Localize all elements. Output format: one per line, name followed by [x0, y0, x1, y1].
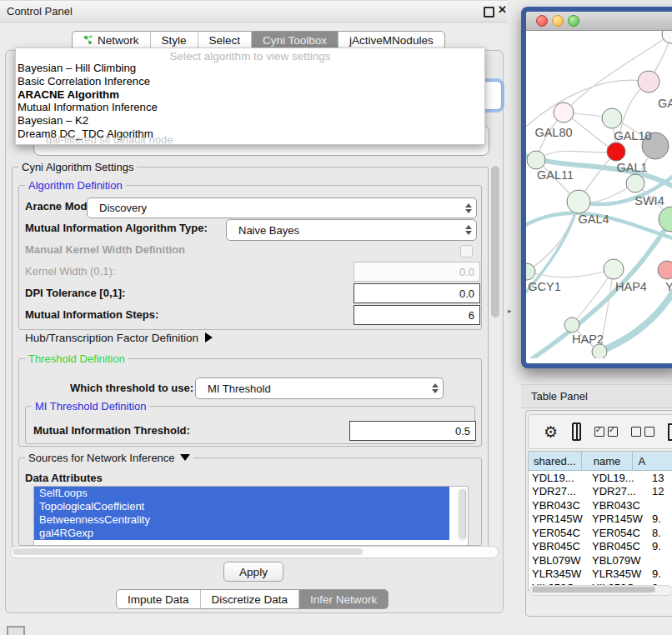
mi-type-value: Naive Bayes — [227, 224, 461, 237]
tab-jactivemnodules[interactable]: jActiveMNodules — [338, 32, 444, 49]
close-icon[interactable]: ✕ — [498, 3, 507, 16]
export-table-icon[interactable] — [668, 423, 672, 441]
list-item[interactable]: TopologicalCoefficient — [34, 500, 449, 513]
zoom-traffic-light-icon[interactable] — [568, 15, 579, 27]
list-item[interactable]: BetweennessCentrality — [34, 513, 449, 527]
mi-steps-field[interactable]: 6 — [354, 305, 480, 325]
hub-definition-label: Hub/Transcription Factor Definition — [25, 332, 198, 344]
node-label: Y — [665, 280, 672, 293]
dpi-tolerance-field[interactable]: 0.0 — [354, 283, 480, 303]
list-scrollbar[interactable] — [458, 488, 467, 542]
tab-cyni-toolbox[interactable]: Cyni Toolbox — [251, 32, 338, 49]
node-label: GAL10 — [614, 129, 651, 142]
cyni-bottom-tabbar: Impute Data Discretize Data Infer Networ… — [116, 589, 389, 609]
node-label: GAL4 — [578, 212, 609, 226]
which-threshold-label: Which threshold to use: — [70, 382, 193, 394]
table-row[interactable]: YPR145WYPR145W9. — [529, 512, 672, 527]
node-gcy1[interactable] — [526, 263, 535, 280]
mi-threshold-field[interactable]: 0.5 — [349, 421, 476, 441]
node-green-right[interactable] — [659, 207, 672, 232]
node-hap4[interactable] — [604, 259, 624, 279]
mi-type-label: Mutual Information Algorithm Type: — [25, 222, 208, 234]
stepper-arrows-icon — [461, 203, 476, 213]
table-row[interactable]: YER054CYER054C8. — [529, 526, 672, 540]
settings-vscrollbar-thumb[interactable] — [491, 166, 499, 318]
node-gal4[interactable] — [567, 190, 590, 213]
hub-definition-toggle[interactable]: Hub/Transcription Factor Definition — [25, 332, 213, 344]
node-gal11[interactable] — [527, 151, 545, 169]
settings-group-title: Cyni Algorithm Settings — [18, 161, 137, 173]
algorithm-option[interactable]: Basic Correlation Inference — [16, 75, 484, 88]
node-gal1-selected[interactable] — [607, 142, 625, 161]
kernel-width-label: Kernel Width (0,1): — [25, 265, 115, 278]
tab-impute-data[interactable]: Impute Data — [117, 590, 200, 608]
column-header-shared-name[interactable]: shared... — [529, 452, 582, 470]
network-graph: GAL GAL80 GAL10 GAL1 GAL11 SWI4 GAL4 GCY… — [526, 31, 672, 358]
kernel-width-field[interactable]: 0.0 — [354, 262, 480, 282]
tab-style[interactable]: Style — [150, 32, 198, 49]
table-header-row: shared... name A — [529, 452, 672, 471]
data-attributes-items: SelfLoopsTopologicalCoefficientBetweenne… — [34, 487, 468, 540]
node-gal80[interactable] — [554, 102, 574, 122]
node-label: GAL1 — [616, 161, 647, 174]
mi-type-select[interactable]: Naive Bayes — [226, 219, 477, 241]
node-hap2[interactable] — [564, 318, 579, 332]
node-unlabeled[interactable] — [662, 31, 672, 43]
sources-group-title[interactable]: Sources for Network Inference — [25, 452, 193, 464]
table-row[interactable]: YBL079WYBL079W — [529, 553, 672, 568]
table-row[interactable]: YBR043CYBR043C — [529, 498, 672, 512]
settings-hscrollbar-thumb[interactable] — [13, 548, 363, 555]
node-label: HAP4 — [615, 280, 647, 293]
list-item[interactable]: SelfLoops — [34, 487, 449, 500]
column-header-name[interactable]: name — [582, 452, 634, 470]
table-hscrollbar[interactable] — [529, 585, 672, 596]
close-traffic-light-icon[interactable] — [536, 15, 548, 27]
control-panel-title: Control Panel — [7, 5, 73, 18]
list-item[interactable]: gal4RGexp — [34, 527, 449, 540]
float-panel-icon[interactable] — [484, 7, 494, 18]
node-gal10[interactable] — [602, 108, 622, 128]
dpi-tolerance-label: DPI Tolerance [0,1]: — [25, 287, 125, 299]
data-attributes-label: Data Attributes — [25, 472, 103, 484]
network-canvas[interactable]: GAL GAL80 GAL10 GAL1 GAL11 SWI4 GAL4 GCY… — [526, 31, 672, 358]
algorithm-option[interactable]: Mutual Information Inference — [16, 101, 484, 114]
collapse-down-icon[interactable] — [180, 454, 190, 461]
deselect-all-icon[interactable] — [631, 427, 654, 437]
table-row[interactable]: YDL19...YDL19...13 — [529, 471, 672, 485]
node-swi4[interactable] — [626, 174, 644, 192]
stepper-arrows-icon — [428, 383, 443, 393]
algorithm-option[interactable]: Bayesian – Hill Climbing — [16, 62, 484, 75]
aracne-mode-value: Discovery — [88, 202, 461, 214]
table-row[interactable]: YLR345WYLR345W9. — [529, 568, 672, 582]
algorithm-option[interactable]: Bayesian – K2 — [16, 114, 484, 128]
minimize-traffic-light-icon[interactable] — [552, 15, 564, 27]
node-label: SWI4 — [634, 194, 664, 208]
tab-infer-network[interactable]: Infer Network — [298, 590, 388, 608]
tab-discretize-data[interactable]: Discretize Data — [200, 590, 299, 608]
aracne-mode-select[interactable]: Discovery — [87, 198, 477, 218]
tab-network[interactable]: Network — [73, 32, 150, 49]
algorithm-option[interactable]: ARACNE Algorithm — [16, 88, 484, 102]
node-label: GCY1 — [528, 280, 561, 293]
select-all-icon[interactable] — [594, 427, 618, 437]
table-row[interactable]: YDR27...YDR27...12 — [529, 485, 672, 499]
manual-kernel-checkbox[interactable] — [460, 245, 473, 258]
tab-network-label: Network — [98, 34, 139, 47]
column-header-cut[interactable]: A — [633, 452, 672, 470]
columns-icon[interactable] — [572, 422, 581, 441]
node-bottom-cut[interactable] — [592, 344, 607, 358]
algorithm-dropdown-placeholder: Select algorithm to view settings — [16, 48, 484, 62]
panel-resize-grip[interactable]: ▸ — [508, 307, 512, 315]
dock-panel-icon[interactable] — [7, 626, 25, 635]
which-threshold-select[interactable]: MI Threshold — [195, 378, 444, 399]
table-row[interactable]: YBR045CYBR045C9. — [529, 540, 672, 554]
network-view-window[interactable]: GAL GAL80 GAL10 GAL1 GAL11 SWI4 GAL4 GCY… — [521, 7, 672, 368]
network-window-titlebar[interactable] — [526, 12, 672, 31]
algorithm-options: Bayesian – Hill ClimbingBasic Correlatio… — [16, 62, 484, 141]
gear-icon[interactable]: ⚙ — [544, 422, 558, 442]
node-y-cut[interactable] — [658, 261, 672, 279]
apply-button[interactable]: Apply — [223, 562, 283, 582]
expand-right-icon[interactable] — [205, 332, 213, 342]
node-gal-cut[interactable] — [638, 71, 659, 92]
tab-select[interactable]: Select — [198, 32, 252, 49]
